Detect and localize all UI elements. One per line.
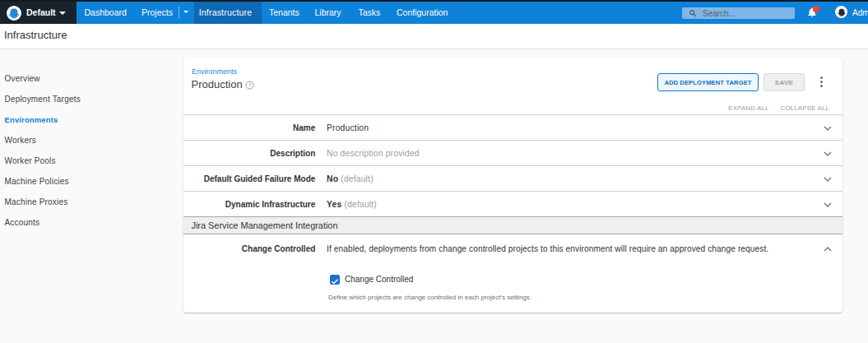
svg-text:?: ? bbox=[248, 82, 251, 88]
